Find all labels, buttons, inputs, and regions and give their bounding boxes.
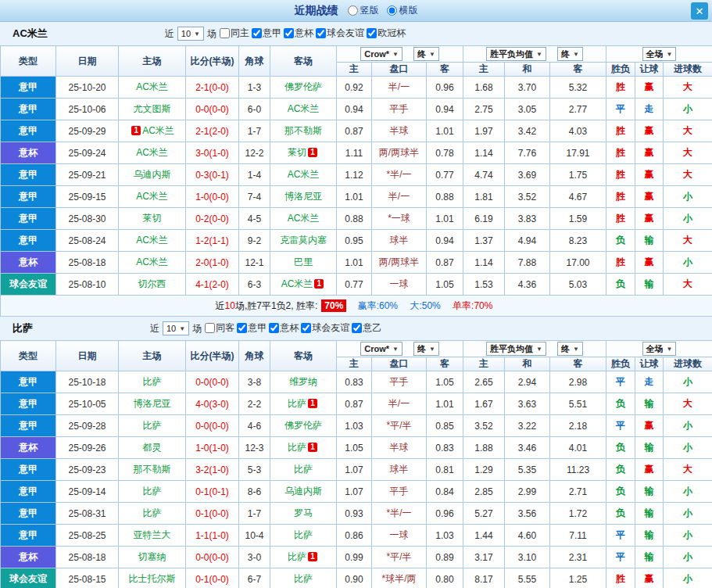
- radio-vertical-input[interactable]: [348, 5, 358, 16]
- league-cell: 意杯: [1, 547, 56, 568]
- checkbox-input[interactable]: [284, 28, 294, 38]
- layout-radio-vertical[interactable]: 竖版: [348, 4, 379, 17]
- filter-checkbox[interactable]: 同主: [220, 27, 249, 40]
- handicap-result-cell: 赢: [635, 208, 664, 230]
- avg-lose-cell: 5.32: [550, 77, 606, 99]
- checkbox-input[interactable]: [316, 28, 326, 38]
- checkbox-input[interactable]: [352, 323, 362, 333]
- league-cell: 意甲: [1, 77, 56, 99]
- away-team-cell: 博洛尼亚: [270, 186, 337, 208]
- filter-checkbox[interactable]: 欧冠杯: [367, 27, 406, 40]
- match-count-select[interactable]: 10 ▼: [177, 27, 204, 41]
- final-odds-select[interactable]: 终 ▼: [413, 47, 439, 61]
- match-count-select[interactable]: 10 ▼: [163, 321, 189, 335]
- avg-win-cell: 6.19: [463, 208, 505, 230]
- score-cell: 2-1(2-0): [186, 120, 239, 142]
- checkbox-input[interactable]: [252, 28, 262, 38]
- corner-cell: 8-6: [239, 481, 270, 503]
- odds-home-cell: 0.87: [337, 120, 372, 142]
- checkbox-input[interactable]: [205, 323, 215, 333]
- avg-lose-cell: 1.72: [550, 503, 606, 525]
- match-row: 意杯25-08-18切塞纳0-0(0-0)3-0比萨10.99*平/半0.893…: [1, 547, 712, 568]
- result-cell: 胜: [606, 142, 635, 164]
- checkbox-input[interactable]: [367, 28, 377, 38]
- score-cell: 3-0(1-0): [186, 142, 239, 164]
- handicap-cell: 平手: [372, 481, 427, 503]
- away-team-cell: 克雷莫内塞: [270, 230, 337, 252]
- filter-checkbox[interactable]: 意杯: [284, 27, 313, 40]
- goals-cell: 小: [664, 186, 712, 208]
- checkbox-label: 球会友谊: [312, 321, 349, 335]
- goals-cell: 大: [664, 274, 712, 296]
- dropdown-arrow-icon: ▼: [573, 51, 579, 58]
- wdl-average-select[interactable]: 胜平负均值 ▼: [486, 342, 546, 356]
- avg-win-cell: 2.65: [463, 371, 505, 393]
- away-team-cell: 巴里: [270, 252, 337, 274]
- handicap-cell: 半/一: [372, 393, 427, 415]
- full-match-select[interactable]: 全场 ▼: [642, 47, 677, 61]
- filter-checkbox[interactable]: 意甲: [252, 27, 281, 40]
- final-odds-select-2[interactable]: 终 ▼: [557, 47, 583, 61]
- date-cell: 25-10-20: [56, 77, 119, 99]
- avg-lose-cell: 2.18: [550, 415, 606, 437]
- goals-cell: 小: [664, 525, 712, 547]
- avg-win-cell: 1.29: [463, 459, 505, 481]
- subcol-header: 客: [550, 357, 606, 371]
- checkbox-input[interactable]: [220, 28, 230, 38]
- score-cell: 0-1(0-0): [186, 568, 239, 588]
- goals-cell: 小: [664, 99, 712, 120]
- win-rate-badge: 70%: [321, 299, 346, 312]
- filter-checkbox[interactable]: 意杯: [269, 321, 299, 335]
- corner-cell: 3-0: [239, 547, 270, 568]
- score-cell: 2-1(0-0): [186, 77, 239, 99]
- home-team-cell: 比萨: [119, 503, 186, 525]
- odds-home-cell: 0.95: [337, 230, 372, 252]
- checkbox-input[interactable]: [237, 323, 247, 333]
- subcol-header: 客: [550, 63, 606, 77]
- match-row: 意甲25-09-28比萨0-0(0-0)4-6佛罗伦萨1.03*平/半0.853…: [1, 415, 712, 437]
- filter-checkbox[interactable]: 球会友谊: [301, 321, 349, 335]
- radio-horizontal-input[interactable]: [387, 5, 397, 16]
- final-odds-select-2[interactable]: 终 ▼: [557, 342, 583, 356]
- close-button[interactable]: ✕: [691, 2, 708, 20]
- checkbox-input[interactable]: [269, 323, 279, 333]
- full-match-select[interactable]: 全场 ▼: [642, 342, 677, 356]
- avg-draw-cell: 7.76: [505, 142, 550, 164]
- filter-checkbox[interactable]: 同客: [205, 321, 234, 335]
- layout-radio-horizontal[interactable]: 横版: [387, 4, 418, 17]
- score-cell: 1-2(1-1): [186, 230, 239, 252]
- odds-company-select[interactable]: Crow* ▼: [360, 342, 403, 356]
- checkbox-label: 意杯: [295, 27, 313, 40]
- team-name: 亚特兰大: [134, 529, 171, 540]
- score-cell: 0-0(0-0): [186, 415, 239, 437]
- date-cell: 25-09-29: [56, 120, 119, 142]
- corner-cell: 1-4: [239, 164, 270, 186]
- pisa-matches-table: 类型 日期 主场 比分(半场) 角球 客场 Crow* ▼ 终 ▼: [0, 340, 712, 588]
- corner-cell: 6-0: [239, 99, 270, 120]
- checkbox-input[interactable]: [301, 323, 311, 333]
- avg-lose-cell: 2.31: [550, 547, 606, 568]
- match-count-value: 10: [181, 29, 191, 38]
- close-icon: ✕: [696, 5, 704, 17]
- avg-draw-cell: 7.88: [505, 252, 550, 274]
- odds-home-cell: 0.99: [337, 547, 372, 568]
- final-odds-select[interactable]: 终 ▼: [413, 342, 439, 356]
- filter-checkbox[interactable]: 意甲: [237, 321, 267, 335]
- ac-milan-matches-table: 类型 日期 主场 比分(半场) 角球 客场 Crow* ▼ 终 ▼: [0, 45, 712, 317]
- filter-checkbox[interactable]: 球会友谊: [316, 27, 364, 40]
- odds-company-select[interactable]: Crow* ▼: [360, 47, 403, 61]
- home-team-cell: 尤文图斯: [119, 99, 186, 120]
- odds-away-cell: 1.05: [427, 274, 463, 296]
- league-cell: 球会友谊: [1, 274, 56, 296]
- section-ac-milan-header: AC米兰 近 10 ▼ 场 同主意甲意杯球会友谊欧冠杯: [0, 22, 712, 45]
- handicap-cell: *平/半: [372, 415, 427, 437]
- odds-home-cell: 1.07: [337, 459, 372, 481]
- odds-away-cell: 0.96: [427, 77, 463, 99]
- odds-home-cell: 0.86: [337, 525, 372, 547]
- filter-checkbox[interactable]: 意乙: [352, 321, 381, 335]
- avg-win-cell: 1.88: [463, 437, 505, 459]
- odds-dropdown-cell: Crow* ▼ 终 ▼: [337, 341, 463, 357]
- col-header-away: 客场: [270, 341, 337, 371]
- red-card-badge: 1: [308, 552, 317, 561]
- wdl-average-select[interactable]: 胜平负均值 ▼: [486, 47, 546, 61]
